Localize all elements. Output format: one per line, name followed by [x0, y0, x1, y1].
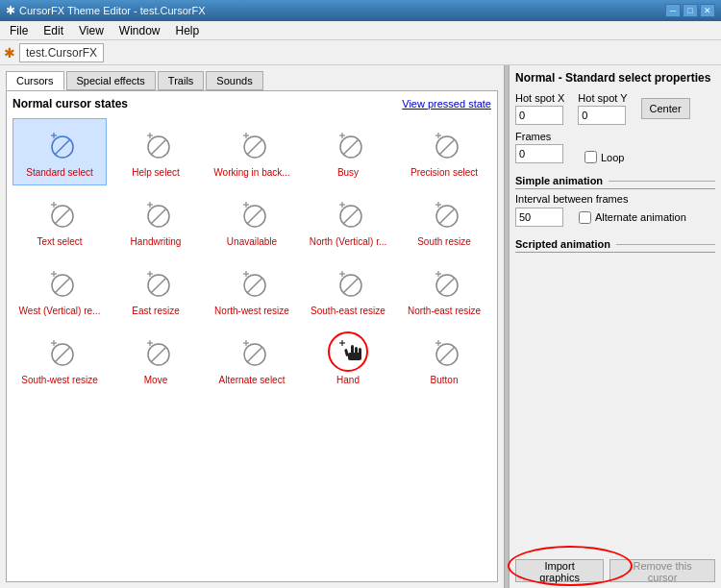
cursor-label-south-resize: South resize	[417, 236, 471, 248]
toolbar-icon: ✱	[4, 45, 15, 61]
cursor-label-help-select: Help select	[132, 167, 179, 179]
interval-label: Interval between frames	[515, 193, 628, 205]
cursor-item-southeast-resize[interactable]: South-east resize	[301, 257, 395, 324]
cursor-label-button: Button	[431, 375, 459, 386]
cursor-label-northeast-resize: North-east resize	[408, 306, 481, 317]
menu-view[interactable]: View	[71, 22, 112, 39]
cursor-label-east-resize: East resize	[132, 306, 179, 317]
hotspot-y-label: Hot spot Y	[578, 92, 627, 104]
tab-sounds[interactable]: Sounds	[206, 71, 262, 90]
tab-trails[interactable]: Trails	[158, 71, 204, 90]
menu-help[interactable]: Help	[168, 22, 208, 39]
cursor-item-northwest-resize[interactable]: North-west resize	[205, 257, 299, 324]
loop-checkbox-row: Loop	[584, 151, 624, 163]
cursor-item-working-back[interactable]: Working in back...	[205, 118, 299, 185]
left-panel: Cursors Special effects Trails Sounds No…	[0, 65, 504, 588]
cursor-label-southwest-resize: South-west resize	[21, 375, 97, 386]
menu-window[interactable]: Window	[112, 22, 168, 39]
frames-row: Frames Loop	[515, 131, 715, 163]
menu-file[interactable]: File	[2, 22, 36, 39]
cursor-label-busy: Busy	[337, 167, 359, 179]
tab-special-effects[interactable]: Special effects	[66, 71, 156, 90]
cursors-panel: Normal cursor states View pressed state …	[6, 90, 498, 582]
import-graphics-button[interactable]: Import graphics	[515, 559, 604, 582]
hotspot-y-input[interactable]	[578, 106, 626, 125]
menu-bar: File Edit View Window Help	[0, 21, 721, 40]
title-bar-controls: ─ □ ✕	[665, 4, 715, 17]
svg-line-15	[343, 139, 359, 155]
menu-edit[interactable]: Edit	[36, 22, 71, 39]
cursor-label-handwriting: Handwriting	[131, 236, 182, 248]
svg-line-82	[439, 347, 455, 362]
cursor-item-standard-select[interactable]: Standard select	[12, 118, 107, 185]
cursor-item-move[interactable]: Move	[109, 326, 203, 393]
svg-line-23	[55, 208, 70, 224]
center-button[interactable]: Center	[641, 98, 690, 119]
hotspot-x-label: Hot spot X	[515, 92, 564, 104]
panel-header: Normal cursor states View pressed state	[12, 97, 491, 110]
cursor-label-standard-select: Standard select	[26, 167, 93, 179]
scripted-animation-content	[515, 257, 715, 553]
cursor-label-west-vertical: West (Vertical) re...	[19, 306, 101, 317]
app-icon: ✱	[6, 4, 15, 17]
cursor-item-unavailable[interactable]: Unavailable	[205, 187, 299, 255]
cursor-item-handwriting[interactable]: Handwriting	[109, 187, 203, 255]
svg-line-7	[151, 139, 166, 155]
tab-cursors[interactable]: Cursors	[6, 71, 64, 90]
cursor-item-northeast-resize[interactable]: North-east resize	[397, 257, 491, 324]
frames-label: Frames	[515, 131, 563, 142]
svg-line-11	[247, 139, 262, 155]
cursor-item-button[interactable]: Button	[397, 326, 491, 393]
cursor-grid: Standard select Help select Working in b…	[12, 118, 491, 393]
cursor-label-alternate-select: Alternate select	[219, 375, 286, 386]
cursor-item-east-resize[interactable]: East resize	[109, 257, 203, 324]
bottom-buttons: Import graphics Remove this cursor	[515, 553, 715, 582]
cursor-item-south-resize[interactable]: South resize	[397, 187, 491, 255]
title-bar-text: CursorFX Theme Editor - test.CursorFX	[19, 5, 206, 16]
svg-line-63	[55, 347, 70, 362]
cursor-label-working-back: Working in back...	[213, 167, 289, 179]
svg-line-27	[151, 208, 166, 224]
cursor-item-west-vertical[interactable]: West (Vertical) re...	[12, 257, 107, 324]
cursor-item-busy[interactable]: Busy	[301, 118, 395, 185]
remove-cursor-button[interactable]: Remove this cursor	[609, 559, 715, 582]
panel-title: Normal cursor states	[12, 97, 128, 110]
cursor-item-precision-select[interactable]: Precision select	[397, 118, 491, 185]
svg-line-39	[439, 208, 455, 224]
cursor-item-hand[interactable]: Hand	[301, 326, 395, 393]
frames-input[interactable]	[515, 144, 563, 163]
svg-line-59	[439, 278, 455, 293]
cursor-label-northwest-resize: North-west resize	[214, 306, 289, 317]
minimize-button[interactable]: ─	[665, 4, 681, 17]
svg-line-47	[151, 278, 166, 293]
tab-bar: Cursors Special effects Trails Sounds	[6, 71, 498, 90]
cursor-item-north-vertical[interactable]: North (Vertical) r...	[301, 187, 395, 255]
svg-line-31	[247, 208, 262, 224]
cursor-label-southeast-resize: South-east resize	[311, 306, 385, 317]
cursor-item-alternate-select[interactable]: Alternate select	[205, 326, 299, 393]
view-pressed-state-link[interactable]: View pressed state	[402, 98, 491, 110]
cursor-item-help-select[interactable]: Help select	[109, 118, 203, 185]
svg-line-67	[151, 347, 166, 362]
svg-line-71	[247, 347, 262, 362]
cursor-label-north-vertical: North (Vertical) r...	[310, 236, 387, 248]
cursor-label-hand: Hand	[336, 375, 360, 386]
close-button[interactable]: ✕	[700, 4, 715, 17]
alternate-animation-checkbox[interactable]	[579, 211, 591, 224]
svg-line-35	[343, 208, 359, 224]
loop-checkbox[interactable]	[584, 151, 597, 163]
cursor-item-text-select[interactable]: Text select	[12, 187, 107, 255]
title-bar: ✱ CursorFX Theme Editor - test.CursorFX …	[0, 0, 721, 21]
interval-input[interactable]	[515, 208, 563, 227]
interval-row: Interval between frames Alternate animat…	[515, 193, 715, 227]
svg-line-51	[247, 278, 262, 293]
maximize-button[interactable]: □	[683, 4, 698, 17]
hotspot-x-input[interactable]	[515, 106, 563, 125]
cursor-label-text-select: Text select	[37, 236, 82, 248]
cursor-item-southwest-resize[interactable]: South-west resize	[12, 326, 107, 393]
main-content: Cursors Special effects Trails Sounds No…	[0, 65, 721, 588]
cursor-label-precision-select: Precision select	[410, 167, 478, 179]
loop-label: Loop	[601, 152, 624, 163]
cursor-label-move: Move	[144, 375, 167, 386]
svg-line-19	[439, 139, 455, 155]
